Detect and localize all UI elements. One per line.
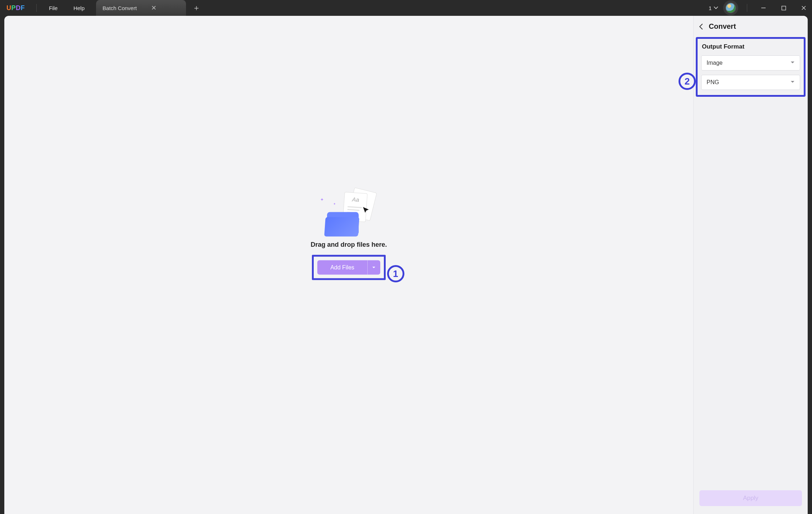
app-logo: UPDF: [6, 4, 25, 12]
step-badge-2: 2: [679, 73, 696, 90]
tab-label: Batch Convert: [103, 5, 137, 11]
svg-rect-0: [782, 6, 786, 10]
step1-callout: Add Files: [312, 255, 386, 280]
select-output-subtype-value: PNG: [707, 79, 719, 86]
menu-help[interactable]: Help: [65, 5, 92, 11]
chevron-down-icon: [714, 6, 718, 10]
maximize-button[interactable]: [775, 0, 792, 16]
select-output-type-value: Image: [707, 60, 722, 66]
cursor-icon: [362, 206, 370, 214]
avatar[interactable]: [725, 3, 736, 13]
divider: [747, 4, 747, 12]
chevron-left-icon: [698, 23, 704, 30]
apply-button[interactable]: Apply: [699, 490, 802, 506]
step2-callout: 2 Output Format Image PNG: [696, 37, 806, 97]
folder-illustration: ✦ ✦ Aa: [322, 190, 376, 237]
step-badge-1: 1: [387, 265, 404, 282]
output-format-label: Output Format: [702, 43, 800, 50]
close-icon[interactable]: ✕: [151, 4, 156, 12]
minimize-button[interactable]: [755, 0, 772, 16]
divider: [36, 4, 37, 12]
add-files-dropdown[interactable]: [367, 260, 380, 275]
caret-down-icon: [790, 79, 795, 86]
add-files-button[interactable]: Add Files: [317, 260, 380, 275]
sidebar-convert: Convert 2 Output Format Image PNG Apply: [693, 16, 808, 514]
titlebar: UPDF File Help Batch Convert ✕ ＋ 1: [0, 0, 812, 16]
close-window-button[interactable]: [795, 0, 812, 16]
window-count-value: 1: [709, 5, 712, 11]
select-output-subtype[interactable]: PNG: [701, 75, 800, 90]
new-tab-button[interactable]: ＋: [192, 3, 200, 13]
caret-down-icon: [372, 266, 376, 269]
sidebar-header: Convert: [694, 16, 808, 37]
glyph-aa: Aa: [351, 196, 359, 203]
window-count[interactable]: 1: [709, 5, 718, 11]
drop-text: Drag and drop files here.: [310, 241, 387, 249]
titlebar-right: 1: [709, 0, 812, 16]
caret-down-icon: [790, 60, 795, 66]
add-files-label: Add Files: [317, 260, 367, 275]
sidebar-title: Convert: [709, 22, 736, 31]
drop-canvas[interactable]: ✦ ✦ Aa Drag and drop files here. Add: [4, 16, 693, 514]
menu-file[interactable]: File: [41, 5, 65, 11]
tab-batch-convert[interactable]: Batch Convert ✕: [96, 0, 186, 16]
workspace: ✦ ✦ Aa Drag and drop files here. Add: [4, 16, 808, 514]
sidebar-footer: Apply: [694, 483, 808, 514]
select-output-type[interactable]: Image: [701, 55, 800, 70]
back-button[interactable]: [698, 23, 704, 30]
drop-area: ✦ ✦ Aa Drag and drop files here. Add: [310, 190, 387, 280]
